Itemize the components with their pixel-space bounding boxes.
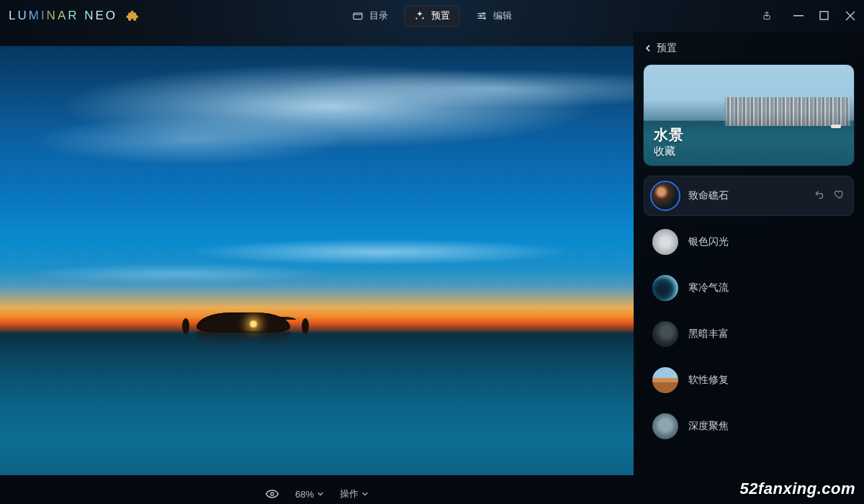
operations-dropdown[interactable]: 操作	[340, 487, 369, 500]
image-content	[831, 125, 841, 128]
svg-point-2	[480, 15, 482, 17]
hero-caption: 水景 收藏	[654, 125, 684, 158]
nav-edit-label: 编辑	[493, 9, 512, 22]
chevron-down-icon	[317, 490, 324, 498]
favorite-icon[interactable]	[834, 189, 845, 203]
operations-label: 操作	[340, 487, 359, 500]
svg-rect-6	[820, 12, 828, 19]
sliders-icon	[476, 10, 487, 22]
presets-panel: 预置 水景 收藏 致命礁石	[634, 32, 864, 504]
preset-thumbnail	[652, 321, 678, 347]
main-nav: 目录 预置 编辑	[342, 5, 522, 27]
svg-rect-5	[793, 15, 804, 17]
close-button[interactable]	[845, 11, 855, 21]
zoom-dropdown[interactable]: 68%	[295, 489, 324, 500]
preset-thumbnail	[652, 183, 678, 209]
undo-icon[interactable]	[814, 189, 825, 203]
hero-title: 水景	[654, 125, 684, 145]
preset-list: 致命礁石 银色闪光 寒冷气流 黑暗丰富	[644, 176, 854, 446]
panel-back[interactable]: 预置	[644, 42, 854, 55]
extensions-icon[interactable]	[126, 9, 139, 22]
folder-icon	[352, 10, 364, 22]
preset-item[interactable]: 银色闪光	[644, 222, 854, 262]
app-name: LUMINAR NEO	[9, 9, 117, 23]
title-bar: LUMINAR NEO 目录 预置 编辑	[0, 0, 864, 32]
nav-catalog-label: 目录	[369, 9, 388, 22]
preset-thumbnail	[652, 413, 678, 439]
preset-label: 深度聚焦	[688, 420, 729, 433]
compare-toggle[interactable]	[265, 487, 279, 501]
svg-rect-0	[354, 13, 362, 19]
nav-presets[interactable]: 预置	[404, 5, 460, 27]
preset-label: 寒冷气流	[688, 282, 729, 294]
svg-point-1	[483, 13, 485, 14]
maximize-button[interactable]	[819, 11, 829, 21]
hero-subtitle: 收藏	[654, 145, 684, 158]
image-content	[0, 329, 634, 475]
app-logo: LUMINAR NEO	[9, 9, 139, 23]
preset-thumbnail	[652, 367, 678, 393]
preset-item[interactable]: 寒冷气流	[644, 268, 854, 308]
preset-item[interactable]: 深度聚焦	[644, 406, 854, 446]
preset-item[interactable]: 软性修复	[644, 360, 854, 400]
share-button[interactable]	[762, 11, 772, 21]
nav-edit[interactable]: 编辑	[466, 5, 522, 27]
svg-point-3	[484, 17, 485, 19]
sparkle-icon	[414, 10, 426, 22]
window-controls	[762, 11, 855, 21]
chevron-left-icon	[644, 44, 652, 53]
preset-collection-hero[interactable]: 水景 收藏	[644, 65, 854, 166]
preset-label: 银色闪光	[688, 235, 729, 248]
preset-item[interactable]: 黑暗丰富	[644, 314, 854, 354]
preset-label: 致命礁石	[688, 189, 729, 202]
nav-presets-label: 预置	[431, 9, 450, 22]
canvas-area: 68% 操作	[0, 32, 634, 504]
minimize-button[interactable]	[793, 11, 804, 21]
image-content	[251, 321, 256, 327]
svg-point-7	[271, 492, 274, 495]
preset-thumbnail	[652, 275, 678, 301]
canvas-toolbar: 68% 操作	[265, 487, 369, 501]
preview-image[interactable]	[0, 46, 634, 475]
preset-label: 黑暗丰富	[688, 328, 729, 341]
chevron-down-icon	[361, 490, 369, 498]
panel-title: 预置	[657, 42, 677, 55]
nav-catalog[interactable]: 目录	[342, 5, 398, 27]
preset-label: 软性修复	[688, 374, 729, 387]
preset-item[interactable]: 致命礁石	[644, 176, 854, 216]
preset-thumbnail	[652, 229, 678, 255]
zoom-value: 68%	[295, 489, 314, 500]
